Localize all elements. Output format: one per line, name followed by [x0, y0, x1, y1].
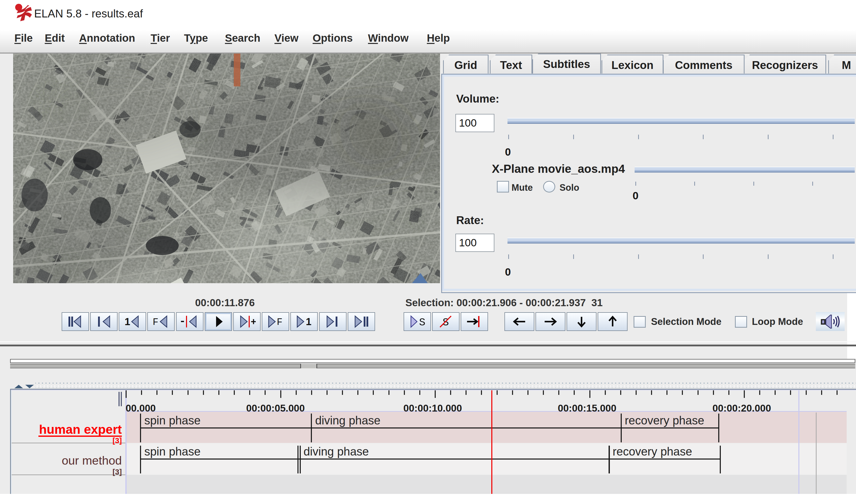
svg-text:S: S	[419, 317, 425, 328]
svg-text:1: 1	[125, 316, 130, 327]
svg-text:1: 1	[306, 316, 311, 327]
svg-text:F: F	[153, 317, 159, 328]
svg-text:S: S	[443, 317, 449, 328]
svg-text:F: F	[277, 317, 283, 328]
svg-text:+: +	[251, 316, 256, 327]
